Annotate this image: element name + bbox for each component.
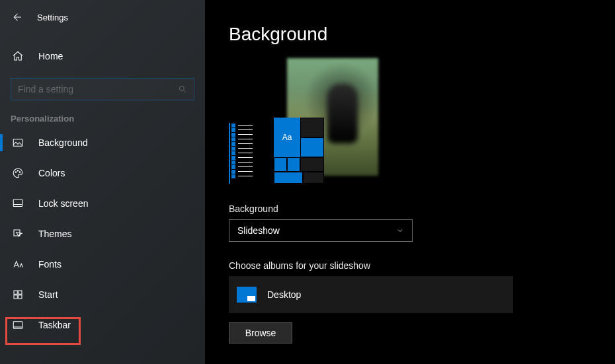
background-dropdown[interactable]: Slideshow <box>229 219 413 242</box>
svg-rect-7 <box>19 291 22 294</box>
window-title: Settings <box>0 5 205 29</box>
preview-taskbar-strip <box>229 123 253 184</box>
main-panel: Background Aa <box>205 0 615 364</box>
start-icon <box>11 289 25 301</box>
sidebar-item-fonts[interactable]: Fonts <box>0 249 205 279</box>
svg-rect-8 <box>14 295 17 299</box>
sidebar-item-label: Taskbar <box>38 320 71 330</box>
preview-start-menu: Aa <box>274 118 324 184</box>
sidebar-item-taskbar[interactable]: Taskbar <box>0 310 205 340</box>
settings-sidebar: Settings Home Personalization Background <box>0 0 205 364</box>
svg-rect-1 <box>13 139 22 147</box>
browse-button[interactable]: Browse <box>229 322 292 344</box>
page-heading: Background <box>229 24 596 45</box>
sidebar-item-label: Background <box>38 137 88 148</box>
svg-rect-9 <box>19 295 22 299</box>
sidebar-item-background[interactable]: Background <box>0 127 205 158</box>
browse-label: Browse <box>245 328 276 338</box>
sidebar-item-lockscreen[interactable]: Lock screen <box>0 188 205 219</box>
svg-point-2 <box>15 172 17 173</box>
svg-point-4 <box>19 172 20 173</box>
search-input[interactable] <box>11 78 194 100</box>
chevron-down-icon <box>396 227 404 235</box>
window-title-text: Settings <box>37 13 68 22</box>
svg-rect-10 <box>13 322 22 329</box>
section-label: Personalization <box>0 106 205 127</box>
background-preview: Aa <box>229 58 596 184</box>
search-field[interactable] <box>18 84 178 94</box>
background-field-label: Background <box>229 203 596 214</box>
preview-sample-text: Aa <box>274 118 300 157</box>
svg-rect-5 <box>13 200 22 207</box>
sidebar-item-label: Themes <box>38 229 72 239</box>
svg-point-3 <box>17 170 19 172</box>
svg-point-0 <box>179 86 184 91</box>
sidebar-item-home[interactable]: Home <box>0 41 205 71</box>
home-icon <box>11 50 25 62</box>
sidebar-item-label: Colors <box>38 168 65 178</box>
sidebar-item-label: Fonts <box>38 259 62 270</box>
albums-label: Choose albums for your slideshow <box>229 260 596 271</box>
themes-icon <box>11 228 25 240</box>
svg-rect-6 <box>14 291 17 294</box>
folder-icon <box>237 287 257 303</box>
sidebar-item-start[interactable]: Start <box>0 279 205 310</box>
sidebar-item-colors[interactable]: Colors <box>0 158 205 188</box>
taskbar-icon <box>11 319 25 331</box>
sidebar-item-themes[interactable]: Themes <box>0 219 205 249</box>
sidebar-item-label: Start <box>38 289 58 300</box>
fonts-icon <box>11 258 25 270</box>
album-item[interactable]: Desktop <box>229 276 513 313</box>
home-label: Home <box>38 51 63 61</box>
search-icon <box>178 85 187 94</box>
picture-icon <box>11 137 25 149</box>
lockscreen-icon <box>11 198 25 209</box>
sidebar-item-label: Lock screen <box>38 198 88 209</box>
palette-icon <box>11 167 25 179</box>
album-name: Desktop <box>267 289 301 300</box>
dropdown-value: Slideshow <box>237 225 280 236</box>
